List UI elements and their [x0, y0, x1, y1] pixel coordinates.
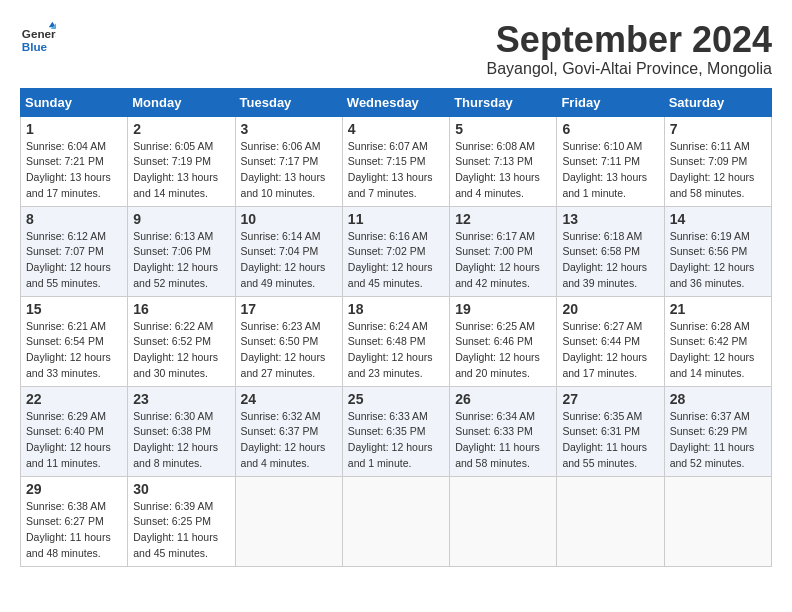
day-number: 21 [670, 301, 766, 317]
day-detail: Sunrise: 6:30 AMSunset: 6:38 PMDaylight:… [133, 409, 229, 472]
day-number: 26 [455, 391, 551, 407]
header-day-monday: Monday [128, 88, 235, 116]
day-cell: 3Sunrise: 6:06 AMSunset: 7:17 PMDaylight… [235, 116, 342, 206]
day-detail: Sunrise: 6:24 AMSunset: 6:48 PMDaylight:… [348, 319, 444, 382]
week-row-3: 15Sunrise: 6:21 AMSunset: 6:54 PMDayligh… [21, 296, 772, 386]
header-day-tuesday: Tuesday [235, 88, 342, 116]
day-detail: Sunrise: 6:34 AMSunset: 6:33 PMDaylight:… [455, 409, 551, 472]
day-detail: Sunrise: 6:23 AMSunset: 6:50 PMDaylight:… [241, 319, 337, 382]
week-row-4: 22Sunrise: 6:29 AMSunset: 6:40 PMDayligh… [21, 386, 772, 476]
calendar-table: SundayMondayTuesdayWednesdayThursdayFrid… [20, 88, 772, 567]
day-cell: 29Sunrise: 6:38 AMSunset: 6:27 PMDayligh… [21, 476, 128, 566]
day-number: 20 [562, 301, 658, 317]
day-number: 22 [26, 391, 122, 407]
header-day-sunday: Sunday [21, 88, 128, 116]
day-detail: Sunrise: 6:35 AMSunset: 6:31 PMDaylight:… [562, 409, 658, 472]
day-number: 24 [241, 391, 337, 407]
day-detail: Sunrise: 6:25 AMSunset: 6:46 PMDaylight:… [455, 319, 551, 382]
day-cell: 10Sunrise: 6:14 AMSunset: 7:04 PMDayligh… [235, 206, 342, 296]
day-detail: Sunrise: 6:17 AMSunset: 7:00 PMDaylight:… [455, 229, 551, 292]
day-detail: Sunrise: 6:06 AMSunset: 7:17 PMDaylight:… [241, 139, 337, 202]
day-number: 1 [26, 121, 122, 137]
day-cell: 28Sunrise: 6:37 AMSunset: 6:29 PMDayligh… [664, 386, 771, 476]
day-detail: Sunrise: 6:08 AMSunset: 7:13 PMDaylight:… [455, 139, 551, 202]
day-number: 15 [26, 301, 122, 317]
day-number: 17 [241, 301, 337, 317]
day-detail: Sunrise: 6:21 AMSunset: 6:54 PMDaylight:… [26, 319, 122, 382]
day-cell: 15Sunrise: 6:21 AMSunset: 6:54 PMDayligh… [21, 296, 128, 386]
day-detail: Sunrise: 6:33 AMSunset: 6:35 PMDaylight:… [348, 409, 444, 472]
day-detail: Sunrise: 6:19 AMSunset: 6:56 PMDaylight:… [670, 229, 766, 292]
day-number: 8 [26, 211, 122, 227]
day-detail: Sunrise: 6:16 AMSunset: 7:02 PMDaylight:… [348, 229, 444, 292]
day-cell: 22Sunrise: 6:29 AMSunset: 6:40 PMDayligh… [21, 386, 128, 476]
day-cell: 1Sunrise: 6:04 AMSunset: 7:21 PMDaylight… [21, 116, 128, 206]
day-cell: 14Sunrise: 6:19 AMSunset: 6:56 PMDayligh… [664, 206, 771, 296]
day-detail: Sunrise: 6:07 AMSunset: 7:15 PMDaylight:… [348, 139, 444, 202]
day-number: 30 [133, 481, 229, 497]
header-day-thursday: Thursday [450, 88, 557, 116]
day-cell: 27Sunrise: 6:35 AMSunset: 6:31 PMDayligh… [557, 386, 664, 476]
day-number: 27 [562, 391, 658, 407]
day-number: 2 [133, 121, 229, 137]
header-day-saturday: Saturday [664, 88, 771, 116]
day-number: 13 [562, 211, 658, 227]
day-cell [450, 476, 557, 566]
day-cell [342, 476, 449, 566]
day-detail: Sunrise: 6:05 AMSunset: 7:19 PMDaylight:… [133, 139, 229, 202]
header-day-friday: Friday [557, 88, 664, 116]
day-detail: Sunrise: 6:11 AMSunset: 7:09 PMDaylight:… [670, 139, 766, 202]
week-row-2: 8Sunrise: 6:12 AMSunset: 7:07 PMDaylight… [21, 206, 772, 296]
day-detail: Sunrise: 6:10 AMSunset: 7:11 PMDaylight:… [562, 139, 658, 202]
day-number: 14 [670, 211, 766, 227]
day-detail: Sunrise: 6:32 AMSunset: 6:37 PMDaylight:… [241, 409, 337, 472]
day-cell: 12Sunrise: 6:17 AMSunset: 7:00 PMDayligh… [450, 206, 557, 296]
day-detail: Sunrise: 6:22 AMSunset: 6:52 PMDaylight:… [133, 319, 229, 382]
day-cell: 26Sunrise: 6:34 AMSunset: 6:33 PMDayligh… [450, 386, 557, 476]
day-number: 10 [241, 211, 337, 227]
day-detail: Sunrise: 6:39 AMSunset: 6:25 PMDaylight:… [133, 499, 229, 562]
day-number: 28 [670, 391, 766, 407]
day-detail: Sunrise: 6:04 AMSunset: 7:21 PMDaylight:… [26, 139, 122, 202]
day-cell: 20Sunrise: 6:27 AMSunset: 6:44 PMDayligh… [557, 296, 664, 386]
day-cell: 13Sunrise: 6:18 AMSunset: 6:58 PMDayligh… [557, 206, 664, 296]
day-cell [235, 476, 342, 566]
day-number: 4 [348, 121, 444, 137]
svg-text:Blue: Blue [22, 40, 48, 53]
month-title: September 2024 [487, 20, 772, 60]
day-cell [664, 476, 771, 566]
day-number: 19 [455, 301, 551, 317]
day-detail: Sunrise: 6:28 AMSunset: 6:42 PMDaylight:… [670, 319, 766, 382]
day-detail: Sunrise: 6:14 AMSunset: 7:04 PMDaylight:… [241, 229, 337, 292]
day-number: 18 [348, 301, 444, 317]
day-cell: 23Sunrise: 6:30 AMSunset: 6:38 PMDayligh… [128, 386, 235, 476]
day-cell: 6Sunrise: 6:10 AMSunset: 7:11 PMDaylight… [557, 116, 664, 206]
day-cell: 17Sunrise: 6:23 AMSunset: 6:50 PMDayligh… [235, 296, 342, 386]
day-detail: Sunrise: 6:29 AMSunset: 6:40 PMDaylight:… [26, 409, 122, 472]
day-cell: 24Sunrise: 6:32 AMSunset: 6:37 PMDayligh… [235, 386, 342, 476]
day-cell: 25Sunrise: 6:33 AMSunset: 6:35 PMDayligh… [342, 386, 449, 476]
logo: General Blue [20, 20, 56, 56]
day-detail: Sunrise: 6:27 AMSunset: 6:44 PMDaylight:… [562, 319, 658, 382]
day-number: 11 [348, 211, 444, 227]
day-detail: Sunrise: 6:37 AMSunset: 6:29 PMDaylight:… [670, 409, 766, 472]
day-number: 3 [241, 121, 337, 137]
day-cell: 8Sunrise: 6:12 AMSunset: 7:07 PMDaylight… [21, 206, 128, 296]
day-cell [557, 476, 664, 566]
header-day-wednesday: Wednesday [342, 88, 449, 116]
day-cell: 9Sunrise: 6:13 AMSunset: 7:06 PMDaylight… [128, 206, 235, 296]
day-detail: Sunrise: 6:38 AMSunset: 6:27 PMDaylight:… [26, 499, 122, 562]
title-area: September 2024 Bayangol, Govi-Altai Prov… [487, 20, 772, 78]
day-number: 25 [348, 391, 444, 407]
day-cell: 11Sunrise: 6:16 AMSunset: 7:02 PMDayligh… [342, 206, 449, 296]
day-number: 9 [133, 211, 229, 227]
day-number: 29 [26, 481, 122, 497]
day-number: 7 [670, 121, 766, 137]
day-cell: 30Sunrise: 6:39 AMSunset: 6:25 PMDayligh… [128, 476, 235, 566]
day-cell: 7Sunrise: 6:11 AMSunset: 7:09 PMDaylight… [664, 116, 771, 206]
day-cell: 19Sunrise: 6:25 AMSunset: 6:46 PMDayligh… [450, 296, 557, 386]
day-cell: 18Sunrise: 6:24 AMSunset: 6:48 PMDayligh… [342, 296, 449, 386]
day-number: 12 [455, 211, 551, 227]
day-detail: Sunrise: 6:18 AMSunset: 6:58 PMDaylight:… [562, 229, 658, 292]
day-detail: Sunrise: 6:13 AMSunset: 7:06 PMDaylight:… [133, 229, 229, 292]
